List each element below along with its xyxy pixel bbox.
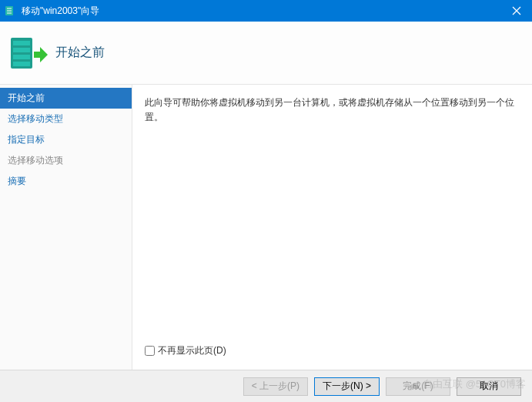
wizard-icon [5,5,17,17]
sidebar-item-choose-move-options: 选择移动选项 [0,150,132,171]
sidebar-item-specify-destination[interactable]: 指定目标 [0,129,132,150]
wizard-header: 开始之前 [0,22,532,85]
main-content: 此向导可帮助你将虚拟机移动到另一台计算机，或将虚拟机存储从一个位置移动到另一个位… [132,85,532,370]
sidebar-item-before-you-begin[interactable]: 开始之前 [0,88,132,109]
prev-button: < 上一步(P) [243,377,308,396]
intro-text: 此向导可帮助你将虚拟机移动到另一台计算机，或将虚拟机存储从一个位置移动到另一个位… [145,95,520,125]
svg-rect-7 [13,41,30,45]
sidebar: 开始之前 选择移动类型 指定目标 选择移动选项 摘要 [0,85,132,370]
finish-button: 完成(F) [386,377,450,396]
page-title: 开始之前 [55,45,105,61]
next-button[interactable]: 下一步(N) > [314,377,380,396]
dont-show-again-row[interactable]: 不再显示此页(D) [145,344,520,362]
footer: < 上一步(P) 下一步(N) > 完成(F) 取消 [0,370,532,402]
titlebar: 移动"win2003"向导 [0,0,532,22]
svg-rect-8 [13,48,30,52]
dont-show-again-label: 不再显示此页(D) [158,344,226,357]
window-title: 移动"win2003"向导 [22,5,501,18]
server-move-icon [9,33,49,73]
cancel-button[interactable]: 取消 [457,377,521,396]
sidebar-item-summary[interactable]: 摘要 [0,171,132,192]
dont-show-again-checkbox[interactable] [145,346,155,356]
close-button[interactable] [501,0,532,22]
svg-rect-9 [13,55,30,59]
svg-rect-10 [13,62,30,66]
sidebar-item-choose-move-type[interactable]: 选择移动类型 [0,109,132,129]
